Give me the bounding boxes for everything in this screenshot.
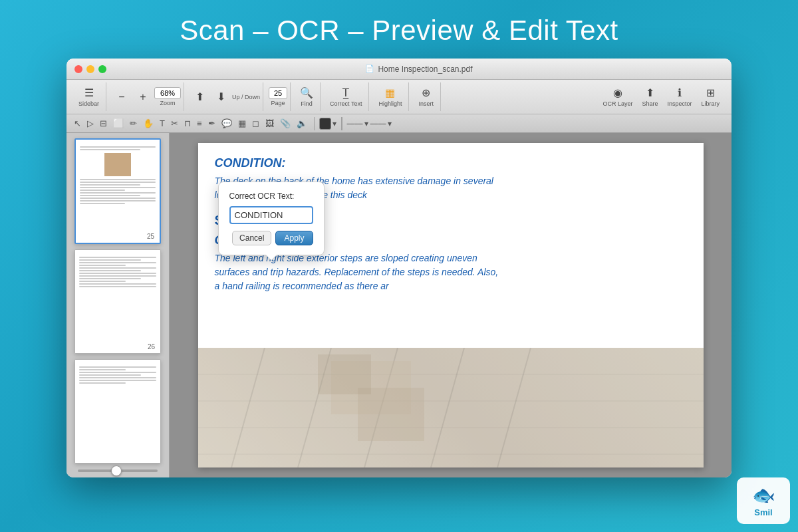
page-num-25: 25	[145, 232, 156, 241]
smile-text: Smil	[754, 507, 772, 517]
page-thumbnail-sidebar: 25	[66, 133, 170, 477]
dropdown-arrow: ▾	[332, 119, 336, 128]
library-label: Library	[701, 100, 720, 107]
down-button[interactable]: ⬇	[211, 89, 231, 104]
page-num-26: 26	[146, 342, 157, 351]
marker-tool[interactable]: ✒	[206, 117, 217, 130]
up-button[interactable]: ⬆	[190, 89, 209, 104]
svg-rect-11	[318, 354, 371, 394]
condition-text-2: The left and right side exterior steps a…	[215, 251, 501, 293]
document-content: CONDITION: The deck on the back of the h…	[198, 143, 704, 307]
box-tool[interactable]: ◻	[250, 117, 261, 130]
toolbar-group-updown: ⬆ ⬇ Up / Down	[187, 82, 263, 111]
comment-tool[interactable]: 💬	[219, 117, 234, 130]
highlight-icon: ▦	[385, 86, 395, 99]
title-bar: 📄 Home Inspection_scan.pdf	[66, 59, 732, 80]
ocr-layer-label: OCR Layer	[602, 100, 632, 107]
highlight-label: Highlight	[378, 100, 402, 107]
close-button[interactable]	[74, 65, 82, 73]
pencil-tool[interactable]: ✏	[128, 117, 139, 130]
share-icon: ⬆	[646, 86, 654, 99]
document-down-icon: ⬇	[217, 90, 225, 103]
correct-text-button[interactable]: T̲ Correct Text	[326, 85, 366, 108]
sidebar-icon: ☰	[84, 86, 94, 99]
toolbar-group-right: ◉ OCR Layer ⬆ Share ℹ Inspector ⊞ Librar…	[596, 82, 726, 111]
library-icon: ⊞	[706, 86, 715, 99]
share-label: Share	[642, 100, 658, 107]
stamp-tool[interactable]: ⊓	[182, 117, 193, 130]
thumb-header-lines	[80, 146, 156, 150]
inspector-button[interactable]: ℹ Inspector	[663, 85, 696, 108]
sidebar-label: Sidebar	[78, 100, 99, 107]
line-end-selector[interactable]: —— ▾	[370, 119, 392, 128]
scale-input[interactable]	[154, 87, 181, 99]
zoom-in-button[interactable]: +	[133, 90, 153, 104]
smile-fish-icon: 🐟	[752, 484, 775, 506]
align-tool[interactable]: ≡	[195, 117, 204, 130]
color-box	[319, 118, 331, 130]
toolbar-group-page: Page	[266, 82, 291, 111]
text-tool[interactable]: T	[158, 117, 167, 130]
color-selector[interactable]: ▾	[319, 118, 336, 130]
apply-button[interactable]: Apply	[275, 231, 313, 245]
scissors-tool[interactable]: ✂	[169, 117, 180, 130]
updown-label: Up / Down	[232, 94, 260, 100]
thumb-27-lines	[79, 366, 156, 384]
zoom-out-button[interactable]: −	[112, 90, 132, 104]
page-input[interactable]	[269, 87, 287, 99]
cancel-button[interactable]: Cancel	[232, 231, 271, 245]
arrow-select-tool[interactable]: ↖	[72, 117, 83, 130]
correct-text-icon: T̲	[342, 86, 349, 99]
document-page: CONDITION: The deck on the back of the h…	[198, 143, 704, 467]
hand-tool[interactable]: ✋	[141, 117, 156, 130]
toolbar-group-insert: ⊕ Insert	[412, 82, 441, 111]
maximize-button[interactable]	[98, 65, 106, 73]
audio-tool[interactable]: 🔈	[295, 117, 309, 130]
svg-rect-10	[358, 388, 424, 441]
thumb-content-25	[76, 140, 160, 243]
line-style-display: ——	[347, 119, 363, 128]
line-end-display: ——	[370, 119, 386, 128]
attach-tool[interactable]: 📎	[278, 117, 293, 130]
image-tool[interactable]: 🖼	[263, 117, 276, 130]
library-button[interactable]: ⊞ Library	[697, 85, 724, 108]
ocr-text-input[interactable]	[229, 206, 313, 224]
toolbar-group-highlight: ▦ Highlight	[372, 82, 409, 111]
highlight-button[interactable]: ▦ Highlight	[374, 85, 406, 108]
page-thumbnail-26[interactable]: 26	[74, 249, 161, 354]
insert-button[interactable]: ⊕ Insert	[414, 85, 438, 108]
sidebar-button[interactable]: ☰ Sidebar	[74, 85, 103, 108]
secondary-toolbar: ↖ ▷ ⊟ ⬜ ✏ ✋ T ✂ ⊓ ≡ ✒ 💬 ▦ ◻ 🖼 📎 🔈 ▾ —— ▾…	[66, 114, 732, 133]
toolbar-group-sidebar: ☰ Sidebar	[72, 82, 106, 111]
title-bar-title: 📄 Home Inspection_scan.pdf	[114, 65, 724, 74]
document-bottom-image	[198, 348, 704, 467]
thumb-image	[104, 153, 131, 176]
insert-icon: ⊕	[422, 86, 430, 99]
minimize-button[interactable]	[86, 65, 94, 73]
document-up-icon: ⬆	[196, 90, 204, 103]
page-thumbnail-25[interactable]: 25	[74, 138, 161, 244]
zoom-slider[interactable]	[78, 469, 158, 472]
find-button[interactable]: 🔍 Find	[296, 85, 317, 108]
svg-line-0	[231, 348, 265, 467]
zoom-slider-thumb[interactable]	[111, 466, 122, 476]
toolbar-group-find: 🔍 Find	[293, 82, 321, 111]
condition-heading-1: CONDITION:	[215, 156, 687, 170]
find-label: Find	[301, 100, 313, 107]
condition-text-2-content: The left and right side exterior steps a…	[215, 253, 499, 291]
share-button[interactable]: ⬆ Share	[638, 85, 662, 108]
search-icon: 🔍	[300, 86, 313, 99]
file-icon: 📄	[365, 65, 374, 73]
page-thumbnail-27[interactable]	[74, 359, 161, 464]
rectangle-select-tool[interactable]: ⬜	[111, 117, 126, 130]
line-style-selector[interactable]: —— ▾	[347, 119, 368, 128]
grid-tool[interactable]: ⊟	[98, 117, 109, 130]
pointer-tool[interactable]: ▷	[85, 117, 96, 130]
thumb-content-27	[75, 360, 160, 463]
svg-line-4	[497, 348, 531, 467]
plus-icon: +	[140, 91, 146, 103]
table-tool[interactable]: ▦	[236, 117, 248, 130]
ocr-layer-button[interactable]: ◉ OCR Layer	[598, 85, 636, 108]
ocr-popup-title: Correct OCR Text:	[229, 192, 313, 201]
minus-icon: −	[118, 91, 124, 103]
